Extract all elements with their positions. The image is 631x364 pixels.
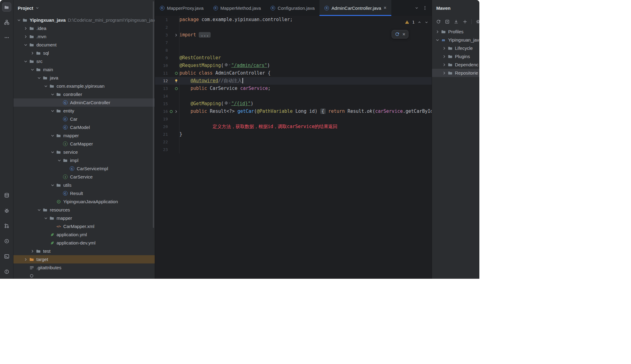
chevron-down-icon[interactable] — [50, 183, 55, 188]
editor-tab-mapperproxy-java[interactable]: CMapperProxy.java — [155, 0, 208, 16]
chevron-right-icon[interactable] — [441, 62, 447, 67]
gutter[interactable]: 2 — [155, 24, 179, 31]
bean-icon[interactable] — [169, 109, 173, 114]
activity-button-terminal-tool[interactable] — [2, 252, 11, 261]
maven-sync-icon[interactable] — [436, 19, 441, 24]
bulb-icon[interactable] — [174, 79, 179, 83]
activity-button-problems-tool[interactable] — [2, 206, 11, 215]
tree-item-controller[interactable]: controller — [13, 90, 155, 98]
activity-button-services-tool[interactable] — [2, 237, 11, 246]
editor-floating-widget[interactable]: × — [392, 30, 408, 39]
tree-item-impl[interactable]: impl — [13, 156, 155, 164]
bean-icon[interactable] — [174, 71, 179, 75]
tree-item-result[interactable]: CResult — [13, 189, 155, 197]
tree-item-carmodel[interactable]: CCarModel — [13, 123, 155, 131]
chevron-down-icon[interactable] — [23, 42, 28, 47]
gutter[interactable]: 14 — [155, 92, 179, 100]
chevron-down-icon[interactable] — [50, 108, 55, 113]
fold-icon[interactable] — [174, 109, 179, 114]
editor-line-10[interactable]: 10@RequestMapping("/admin/cars") — [155, 62, 432, 69]
fold-icon[interactable] — [174, 33, 179, 38]
tree-item-entity[interactable]: entity — [13, 107, 155, 115]
inspections-widget[interactable]: 1 — [405, 18, 429, 26]
tree-item-admincarcontroller[interactable]: CAdminCarController — [13, 98, 155, 107]
gutter[interactable]: 16 — [155, 108, 179, 115]
tree-item-repositorie[interactable]: Repositorie — [432, 69, 479, 77]
gutter[interactable]: 9 — [155, 54, 179, 62]
tree-item-mapper[interactable]: mapper — [13, 131, 155, 140]
hidden-tabs-icon[interactable] — [415, 6, 419, 10]
tree-item-application-dev-yml[interactable]: application-dev.yml — [13, 239, 155, 247]
editor-tab-mappermethod-java[interactable]: CMapperMethod.java — [208, 0, 266, 16]
gutter[interactable]: 15 — [155, 100, 179, 108]
gutter[interactable]: 13 — [155, 85, 179, 92]
chevron-down-icon[interactable] — [50, 150, 55, 155]
chevron-down-icon[interactable] — [35, 6, 39, 10]
gutter[interactable]: 23 — [155, 146, 179, 153]
gutter[interactable]: 1 — [155, 16, 179, 24]
gutter[interactable]: 7 — [155, 39, 179, 46]
tree-item-car[interactable]: CCar — [13, 115, 155, 123]
activity-button-more-tools[interactable] — [2, 33, 11, 42]
chevron-right-icon[interactable] — [23, 34, 28, 39]
bean-icon[interactable] — [174, 86, 179, 91]
tree-item-carservice[interactable]: ICarService — [13, 173, 155, 181]
chevron-down-icon[interactable] — [50, 133, 55, 138]
gutter[interactable]: 8 — [155, 46, 179, 54]
chevron-up-icon[interactable] — [417, 20, 422, 24]
tree-item-test[interactable]: test — [13, 247, 155, 255]
gutter[interactable]: 3 — [155, 31, 179, 39]
chevron-down-icon[interactable] — [43, 216, 49, 221]
gutter[interactable]: 10 — [155, 62, 179, 69]
tab-options-icon[interactable] — [423, 6, 427, 10]
editor-line-9[interactable]: 9@RestController — [155, 54, 432, 62]
tree-item-target[interactable]: target — [13, 255, 155, 263]
editor-line-2[interactable]: 2 — [155, 24, 432, 31]
chevron-right-icon[interactable] — [441, 71, 447, 75]
chevron-down-icon[interactable] — [43, 84, 49, 89]
editor-line-13[interactable]: 13 public CarService carService; — [155, 85, 432, 92]
tree-item-application-yml[interactable]: application.yml — [13, 230, 155, 239]
tree-item-document[interactable]: document — [13, 41, 155, 49]
maven-download-icon[interactable] — [454, 19, 459, 24]
gutter[interactable]: 11 — [155, 69, 179, 77]
tree-item-lifecycle[interactable]: Lifecycle — [432, 44, 479, 52]
chevron-right-icon[interactable] — [29, 249, 35, 254]
editor-body[interactable]: 1 × 1package com.example.yipinxuan.contr… — [155, 16, 432, 279]
editor-line-3[interactable]: 3import ... — [155, 31, 432, 39]
editor-line-22[interactable]: 22 — [155, 138, 432, 146]
editor-tab-configuration-java[interactable]: CConfiguration.java — [266, 0, 319, 16]
gutter[interactable]: 22 — [155, 138, 179, 146]
editor-line-21[interactable]: 21} — [155, 131, 432, 138]
editor-line-15[interactable]: 15 @GetMapping("/{id}") — [155, 100, 432, 108]
editor-line-12[interactable]: 12 @Autowired//自动注入 — [155, 77, 432, 85]
editor-line-23[interactable]: 23 — [155, 146, 432, 153]
chevron-right-icon[interactable] — [441, 46, 447, 51]
chevron-right-icon[interactable] — [434, 29, 440, 34]
tree-item-mapper[interactable]: mapper — [13, 214, 155, 222]
editor-line-1[interactable]: 1package com.example.yipinxuan.controlle… — [155, 16, 432, 24]
close-icon[interactable]: × — [402, 32, 405, 37]
tree-item-carmapper[interactable]: ICarMapper — [13, 140, 155, 148]
tree-item-blank[interactable] — [13, 272, 155, 279]
activity-button-info-tool[interactable] — [2, 267, 11, 276]
chevron-right-icon[interactable] — [23, 257, 28, 262]
activity-button-database-tool[interactable] — [2, 191, 11, 200]
tree-item-com-example-yipinxuan[interactable]: com.example.yipinxuan — [13, 82, 155, 90]
activity-button-project-tool[interactable] — [2, 2, 11, 12]
chevron-down-icon[interactable] — [56, 158, 62, 163]
tree-item-src[interactable]: src — [13, 57, 155, 65]
project-scrollbar[interactable] — [153, 1, 154, 228]
editor-line-19[interactable]: 19 — [155, 115, 432, 123]
chevron-down-icon[interactable] — [434, 38, 440, 42]
activity-button-structure-tool[interactable] — [2, 18, 11, 27]
editor-line-20[interactable]: 20 定义方法，获取数据，根据id，调取carService的结果返回 — [155, 123, 432, 131]
tree-item-yipingxuan-jav[interactable]: mYipingxuan_jav — [432, 36, 479, 44]
chevron-down-icon[interactable] — [16, 18, 22, 23]
tree-item-gitattributes[interactable]: .gitattributes — [13, 263, 155, 272]
tree-item-yipingxuanjavaapplication[interactable]: YipingxuanJavaApplication — [13, 197, 155, 206]
url-globe-icon[interactable] — [224, 101, 231, 105]
chevron-right-icon[interactable] — [23, 26, 28, 31]
gutter[interactable]: 21 — [155, 131, 179, 138]
url-globe-icon[interactable] — [224, 63, 231, 67]
